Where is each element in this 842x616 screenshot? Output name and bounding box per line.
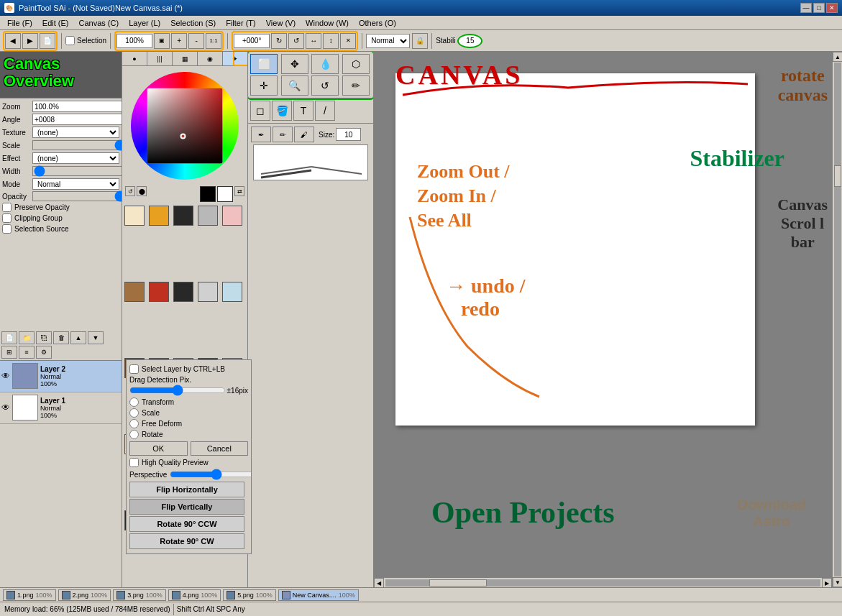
down-btn[interactable]: ▼ [88,331,104,344]
brush-type-3[interactable]: 🖌 [294,127,314,142]
titlebar-controls[interactable]: — □ ✕ [800,3,838,13]
drawing-canvas[interactable] [395,73,755,426]
swatch[interactable] [124,282,145,302]
zoom-fit[interactable]: ▣ [154,33,170,49]
tool-text[interactable]: T [293,101,314,121]
tool-line[interactable]: / [315,101,335,121]
task-newcanvas[interactable]: New Canvas.... 100% [278,589,359,601]
angle-input[interactable] [234,34,270,48]
zoom-in[interactable]: + [171,33,187,49]
scroll-up-btn[interactable]: ▲ [833,52,842,62]
layer-eye-icon[interactable]: 👁 [1,403,10,413]
h-scroll-thumb[interactable] [429,579,487,587]
swatch[interactable] [149,282,169,302]
prev-button[interactable]: ◀ [5,33,21,49]
angle-reset[interactable]: ✕ [340,33,356,49]
color-tab-wheel[interactable]: ◉ [198,52,223,65]
angle-flip-h[interactable]: ↔ [306,33,321,49]
scroll-down-btn[interactable]: ▼ [833,577,842,587]
preserve-opacity-checkbox[interactable] [2,203,12,212]
effect-select[interactable]: (none) [32,152,119,164]
angle-cw[interactable]: ↻ [271,33,287,49]
task-1png[interactable]: 1.png 100% [3,589,56,601]
color-tab-circle[interactable]: ● [122,52,147,65]
layer-item[interactable]: 👁 Layer 2 Normal 100% [0,361,122,392]
opacity-slider[interactable] [32,191,122,201]
menu-layer[interactable]: Layer (L) [124,18,165,28]
blend-lock[interactable]: 🔒 [412,33,428,49]
brush-type-2[interactable]: ✏ [273,127,293,142]
task-2png[interactable]: 2.png 100% [58,589,111,601]
tool-pen[interactable]: ✏ [342,75,370,96]
color-wheel-inner[interactable] [147,88,223,163]
color-wheel-container[interactable] [124,70,246,181]
selection-source-checkbox[interactable] [2,224,12,234]
menu-edit[interactable]: Edit (E) [38,18,73,28]
angle-value-input[interactable] [32,114,122,125]
minimize-button[interactable]: — [800,3,812,13]
tool-select-rect[interactable]: ⬜ [250,54,278,74]
task-3png[interactable]: 3.png 100% [113,589,166,601]
brush-type-1[interactable]: ✒ [251,127,271,142]
menu-file[interactable]: File (F) [3,18,37,28]
flatten-btn[interactable]: ≡ [19,346,35,359]
perspective-slider[interactable] [248,469,252,479]
maximize-button[interactable]: □ [813,3,825,13]
width-slider[interactable] [32,166,122,176]
color-tab-active[interactable]: ✦ [223,52,247,65]
delete-btn[interactable]: 🗑 [53,331,69,344]
color-wheel-ring[interactable] [131,72,239,180]
merge-btn[interactable]: ⊞ [1,346,17,359]
tool-select-freehand[interactable]: ⬡ [342,54,370,74]
menu-window[interactable]: Window (W) [301,18,353,28]
menu-filter[interactable]: Filter (T) [221,18,260,28]
zoom-out[interactable]: - [188,33,204,49]
swatch[interactable] [222,206,242,226]
task-4png[interactable]: 4.png 100% [168,589,221,601]
brush-size-input[interactable] [336,128,361,141]
angle-ccw[interactable]: ↺ [288,33,304,49]
zoom-value-input[interactable] [32,101,122,112]
layer-item[interactable]: 👁 Layer 1 Normal 100% [0,392,122,424]
swatch[interactable] [198,206,218,226]
new-layer-btn[interactable]: 📄 [1,331,17,344]
swatch[interactable] [222,282,242,302]
color-btn-1[interactable]: ↺ [125,186,135,196]
swatch[interactable] [173,206,193,226]
zoom-100[interactable]: 1:1 [206,33,221,49]
next-button[interactable]: ▶ [22,33,38,49]
swatch[interactable] [198,282,218,302]
nav-button[interactable]: 📄 [40,33,55,49]
menu-selection[interactable]: Selection (S) [166,18,220,28]
task-5png[interactable]: 5.png 100% [223,589,276,601]
menu-view[interactable]: View (V) [262,18,300,28]
color-tab-bars[interactable]: ||| [147,52,173,65]
scroll-left-btn[interactable]: ◀ [374,578,384,587]
zoom-input[interactable] [116,34,152,48]
canvas-container[interactable]: ▲ ▼ CANVAS Zoom Out /Zoom In /See All → … [374,52,842,587]
bg-color-box[interactable] [217,186,233,202]
color-tab-grid[interactable]: ▦ [173,52,198,65]
tool-bucket[interactable]: 🪣 [272,101,292,121]
menu-others[interactable]: Others (O) [354,18,401,28]
scroll-thumb[interactable] [834,165,841,187]
tool-select-move[interactable]: ✥ [281,54,308,74]
scroll-right-btn[interactable]: ▶ [822,578,832,587]
selection-checkbox[interactable] [65,36,75,45]
texture-select[interactable]: (none) [32,127,119,138]
tool-rotate[interactable]: ↺ [311,75,339,96]
stabilizer-input[interactable] [457,34,482,48]
tool-eyedropper[interactable]: 💧 [311,54,339,74]
fg-color-box[interactable] [200,186,216,202]
tool-zoom[interactable]: 🔍 [281,75,308,96]
duplicate-btn[interactable]: ⿻ [36,331,52,344]
color-btn-2[interactable]: ⬤ [137,186,147,196]
swap-colors-btn[interactable]: ⇄ [234,186,244,196]
up-btn[interactable]: ▲ [70,331,86,344]
layer-settings-btn[interactable]: ⚙ [36,346,52,359]
angle-flip-v[interactable]: ↕ [323,33,339,49]
blend-mode-select[interactable]: Normal Multiply Screen Overlay [366,34,410,48]
layer-eye-icon[interactable]: 👁 [1,371,10,381]
scale-slider[interactable] [32,140,122,150]
new-folder-btn[interactable]: 📁 [19,331,35,344]
